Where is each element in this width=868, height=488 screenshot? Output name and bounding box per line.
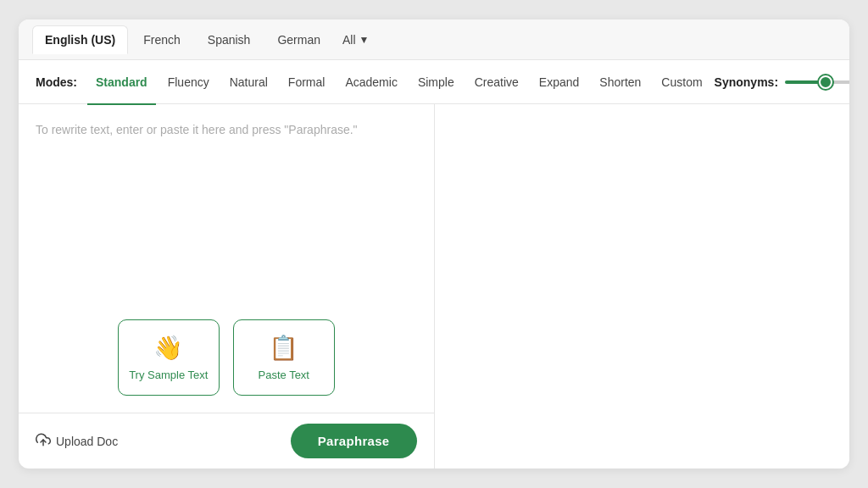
- paste-text-button[interactable]: 📋 Paste Text: [233, 319, 335, 396]
- mode-natural[interactable]: Natural: [221, 70, 276, 94]
- upload-doc-label: Upload Doc: [56, 435, 118, 448]
- tab-spanish[interactable]: Spanish: [196, 26, 263, 53]
- main-card: English (US) French Spanish German All ▼…: [19, 19, 849, 469]
- synonyms-slider[interactable]: [785, 73, 849, 92]
- mode-creative[interactable]: Creative: [466, 70, 527, 94]
- mode-bar: Modes: Standard Fluency Natural Formal A…: [19, 60, 849, 104]
- mode-formal[interactable]: Formal: [280, 70, 334, 94]
- tab-german[interactable]: German: [265, 26, 332, 53]
- chevron-down-icon: ▼: [359, 34, 370, 46]
- input-placeholder: To rewrite text, enter or paste it here …: [36, 123, 358, 136]
- mode-simple[interactable]: Simple: [409, 70, 463, 94]
- upload-icon: [36, 432, 51, 451]
- mode-academic[interactable]: Academic: [337, 70, 405, 94]
- text-input-area[interactable]: To rewrite text, enter or paste it here …: [19, 104, 434, 286]
- all-label: All: [342, 33, 356, 47]
- synonyms-label: Synonyms:: [715, 75, 778, 89]
- paraphrase-button[interactable]: Paraphrase: [291, 424, 417, 458]
- right-panel: [435, 104, 850, 469]
- all-languages-dropdown[interactable]: All ▼: [336, 26, 376, 53]
- mode-custom[interactable]: Custom: [653, 70, 710, 94]
- try-sample-label: Try Sample Text: [129, 369, 208, 381]
- action-buttons: 👋 Try Sample Text 📋 Paste Text: [19, 286, 434, 413]
- paste-text-label: Paste Text: [259, 369, 309, 381]
- wave-icon: 👋: [153, 334, 183, 362]
- left-panel: To rewrite text, enter or paste it here …: [19, 104, 435, 469]
- slider-thumb: [819, 75, 832, 89]
- modes-label: Modes:: [36, 75, 77, 89]
- mode-shorten[interactable]: Shorten: [591, 70, 649, 94]
- mode-standard[interactable]: Standard: [87, 70, 156, 94]
- language-tabs: English (US) French Spanish German All ▼: [19, 19, 849, 60]
- upload-doc-button[interactable]: Upload Doc: [36, 432, 118, 451]
- tab-french[interactable]: French: [131, 26, 192, 53]
- slider-track: [785, 80, 849, 84]
- bottom-bar: Upload Doc Paraphrase: [19, 413, 434, 469]
- synonyms-section: Synonyms:: [715, 73, 849, 92]
- app-container: English (US) French Spanish German All ▼…: [0, 0, 868, 488]
- tab-english-us[interactable]: English (US): [32, 25, 128, 54]
- mode-fluency[interactable]: Fluency: [159, 70, 218, 94]
- content-area: To rewrite text, enter or paste it here …: [19, 104, 849, 469]
- clipboard-icon: 📋: [269, 334, 298, 362]
- try-sample-button[interactable]: 👋 Try Sample Text: [118, 319, 220, 396]
- mode-expand[interactable]: Expand: [531, 70, 587, 94]
